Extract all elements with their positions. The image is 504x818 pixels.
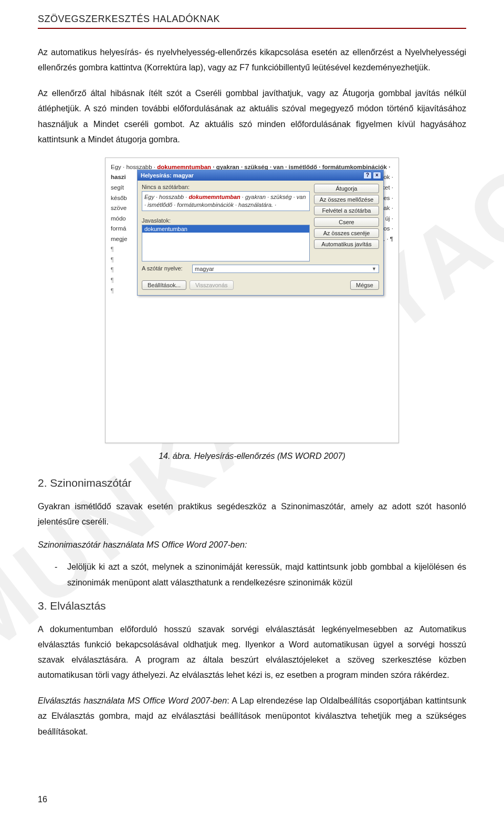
options-button[interactable]: Beállítások... <box>142 280 186 290</box>
not-in-dictionary-textbox[interactable]: Egy · hosszabb · dokumemntumban · gyakra… <box>142 191 310 211</box>
autocorrect-button[interactable]: Automatikus javítás <box>314 239 379 249</box>
section-2-subheading: Szinonimaszótár használata MS Office Wor… <box>38 540 466 550</box>
close-button[interactable]: × <box>373 172 381 179</box>
spelling-dialog: Helyesírás: magyar ? × Nincs a szótárban… <box>137 170 384 296</box>
page-number: 16 <box>38 795 47 804</box>
bg-left-6: megje <box>111 234 138 245</box>
section-3-paragraph-1: A dokumentumban előforduló hosszú szavak… <box>38 622 466 683</box>
help-button[interactable]: ? <box>363 172 372 179</box>
dialog-titlebar[interactable]: Helyesírás: magyar ? × <box>138 170 383 181</box>
figure-screenshot: Egy · hosszabb · dokumemntumban · gyakra… <box>38 158 466 443</box>
bg-left-4: módo <box>111 214 138 224</box>
not-in-dictionary-label: Nincs a szótárban: <box>142 184 310 190</box>
dictionary-language-select[interactable]: magyar ▼ <box>192 265 379 273</box>
bg-left-0: haszi <box>111 174 126 180</box>
add-to-dictionary-button[interactable]: Felvétel a szótárba <box>314 206 379 215</box>
change-button[interactable]: Csere <box>314 217 379 227</box>
suggestions-listbox[interactable]: dokumentumban <box>142 225 310 261</box>
list-item: Jelöljük ki azt a szót, melynek a szinon… <box>67 559 466 590</box>
running-header: SZÖVEGSZERKESZTÉS HALADÓKNAK <box>38 14 466 29</box>
dictionary-language-value: magyar <box>195 266 214 272</box>
section-3-italic-prefix: Elválasztás használata MS Office Word 20… <box>38 696 227 705</box>
paragraph-1: Az automatikus helyesírás- és nyelvhelye… <box>38 45 466 75</box>
misspelled-word: dokumemntumban <box>188 194 240 200</box>
suggestion-item-selected[interactable]: dokumentumban <box>142 225 309 233</box>
bg-left-1: segít <box>111 183 138 193</box>
figure-caption: 14. ábra. Helyesírás-ellenőrzés (MS WORD… <box>38 452 466 461</box>
suggestions-label: Javaslatok: <box>142 217 310 224</box>
sentence-pre: Egy · hosszabb · <box>144 194 188 200</box>
section-3-heading: 3. Elválasztás <box>38 600 466 612</box>
undo-button[interactable]: Visszavonás <box>190 280 234 290</box>
ignore-button[interactable]: Átugorja <box>314 184 379 193</box>
section-3-paragraph-2: Elválasztás használata MS Office Word 20… <box>38 693 466 739</box>
cancel-button[interactable]: Mégse <box>350 280 379 290</box>
section-2-paragraph: Gyakran ismétlődő szavak esetén praktiku… <box>38 499 466 529</box>
bg-left-5: formá <box>111 224 138 234</box>
page: SZÖVEGSZERKESZTÉS HALADÓKNAK Az automati… <box>0 0 504 771</box>
bg-left-3: szöve <box>111 203 138 214</box>
paragraph-2: Az ellenőrző által hibásnak ítélt szót a… <box>38 86 466 147</box>
section-2-heading: 2. Szinonimaszótár <box>38 477 466 489</box>
dictionary-language-label: A szótár nyelve: <box>142 265 189 271</box>
bg-left-2: későb <box>111 193 138 204</box>
dialog-title: Helyesírás: magyar <box>141 172 194 179</box>
ignore-all-button[interactable]: Az összes mellőzése <box>314 195 379 204</box>
word-window: Egy · hosszabb · dokumemntumban · gyakra… <box>105 158 399 443</box>
change-all-button[interactable]: Az összes cseréje <box>314 228 379 238</box>
chevron-down-icon: ▼ <box>372 266 376 271</box>
section-2-list: Jelöljük ki azt a szót, melynek a szinon… <box>38 559 466 590</box>
